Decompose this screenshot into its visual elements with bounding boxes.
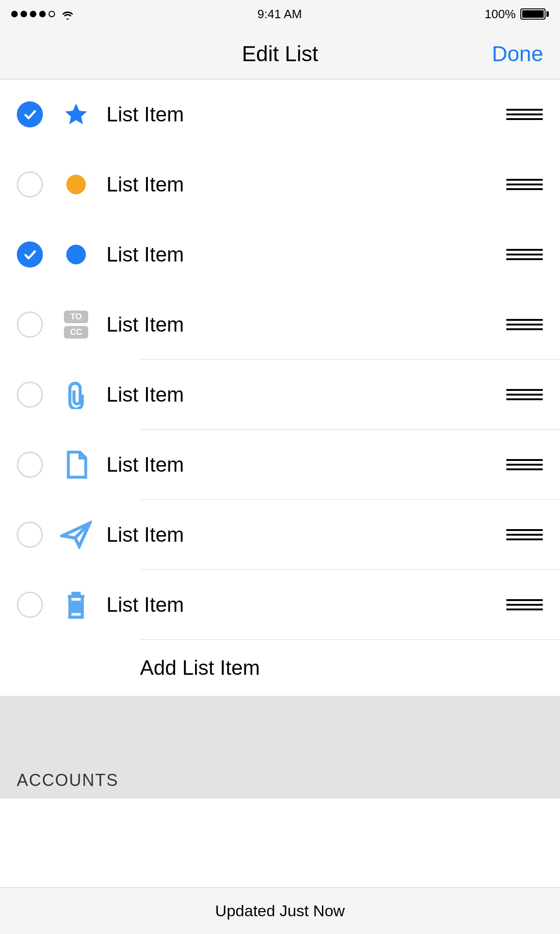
status-time: 9:41 AM [258,7,302,21]
list-row[interactable]: List Item [0,430,560,500]
page-title: Edit List [242,41,318,66]
row-checkbox[interactable] [17,382,43,408]
bottom-toolbar: Updated Just Now [0,887,560,934]
row-label: List Item [106,173,506,196]
row-label: List Item [106,523,506,546]
row-label: List Item [106,453,506,476]
unread-blue-dot-icon [55,245,97,264]
wifi-icon [61,8,75,20]
list-row[interactable]: List Item [0,570,560,640]
add-list-item-button[interactable]: Add List Item [0,640,560,696]
drag-handle-icon[interactable] [506,249,543,260]
accounts-section-header: ACCOUNTS [0,752,560,799]
drag-handle-icon[interactable] [506,459,543,470]
status-left [11,8,75,20]
add-list-item-label: Add List Item [140,656,260,679]
paperclip-icon [55,380,97,409]
list-row[interactable]: List Item [0,79,560,149]
drag-handle-icon[interactable] [506,319,543,330]
row-label: List Item [106,243,506,266]
battery-icon [520,8,546,20]
cc-badge: CC [64,326,88,339]
battery-percent: 100% [485,7,516,21]
row-checkbox[interactable] [17,522,43,548]
row-checkbox[interactable] [17,241,43,268]
list-row[interactable]: List Item [0,500,560,570]
drag-handle-icon[interactable] [506,529,543,540]
row-checkbox[interactable] [17,452,43,478]
row-label: List Item [106,593,506,616]
edit-list: List Item List Item List Item TO [0,79,560,696]
row-checkbox[interactable] [17,311,43,338]
to-cc-icon: TO CC [55,311,97,339]
status-battery: 100% [485,7,549,21]
section-gap [0,696,560,752]
status-bar: 9:41 AM 100% [0,0,560,28]
signal-strength-icon [11,11,55,17]
paper-plane-icon [55,520,97,549]
row-label: List Item [106,103,506,126]
list-row[interactable]: List Item [0,360,560,430]
star-icon [55,101,97,127]
row-checkbox[interactable] [17,592,43,618]
to-badge: TO [64,311,88,323]
row-checkbox[interactable] [17,171,43,198]
drag-handle-icon[interactable] [506,179,543,190]
updated-status: Updated Just Now [215,902,345,920]
drag-handle-icon[interactable] [506,109,543,120]
unread-orange-dot-icon [55,175,97,194]
drag-handle-icon[interactable] [506,389,543,400]
list-row[interactable]: List Item [0,219,560,290]
list-row[interactable]: List Item [0,149,560,219]
drag-handle-icon[interactable] [506,599,543,610]
trash-icon [55,590,97,619]
nav-bar: Edit List Done [0,28,560,79]
list-row[interactable]: TO CC List Item [0,290,560,360]
document-icon [55,450,97,479]
row-checkbox[interactable] [17,101,43,127]
row-label: List Item [106,313,506,336]
done-button[interactable]: Done [492,41,543,66]
row-label: List Item [106,383,506,406]
